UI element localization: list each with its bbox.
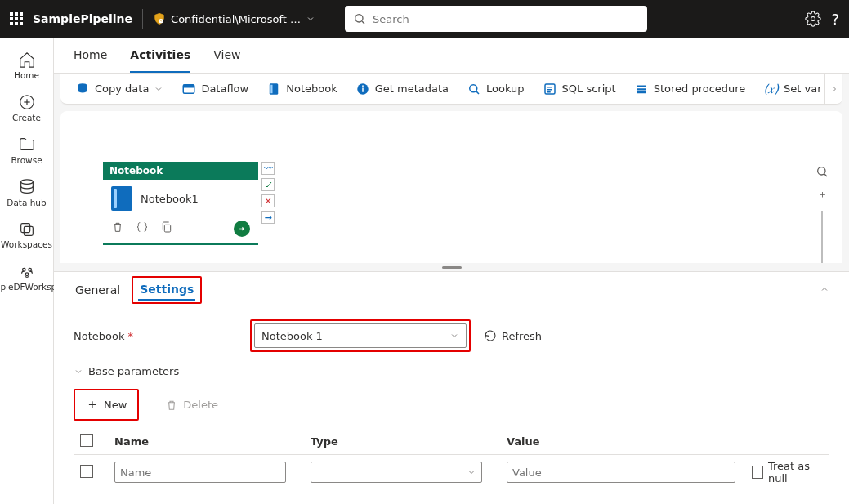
- ribbon-set-variable[interactable]: (𝑥) Set var: [763, 82, 821, 96]
- zoom-controls: ＋ －: [810, 160, 834, 263]
- plus-icon: ＋: [86, 396, 99, 413]
- dataflow-icon: [181, 82, 196, 96]
- node-type-label: Notebook: [103, 162, 258, 180]
- notebook-select[interactable]: Notebook 1: [254, 323, 467, 348]
- col-value: Value: [500, 429, 745, 455]
- info-icon: [355, 82, 370, 96]
- search-input[interactable]: [373, 13, 639, 25]
- gear-icon[interactable]: [805, 11, 821, 27]
- param-type-select[interactable]: [311, 462, 482, 483]
- status-success-icon[interactable]: [261, 178, 275, 191]
- svg-rect-8: [20, 224, 29, 233]
- workspace-picker[interactable]: Confidential\Microsoft …: [153, 12, 315, 25]
- ribbon-stored-proc[interactable]: Stored procedure: [634, 82, 746, 96]
- svg-rect-24: [637, 85, 646, 87]
- new-parameter-button[interactable]: ＋ New: [79, 393, 133, 417]
- param-value-input[interactable]: [507, 462, 735, 483]
- page-tab-view[interactable]: View: [213, 38, 240, 73]
- page-tab-activities[interactable]: Activities: [130, 38, 190, 73]
- status-activity-icon[interactable]: 〰: [261, 162, 275, 175]
- notebook-select-value: Notebook 1: [261, 330, 323, 342]
- col-type: Type: [304, 429, 500, 455]
- folder-icon: [18, 136, 36, 154]
- rail-browse[interactable]: Browse: [0, 131, 53, 170]
- ribbon-label: Get metadata: [375, 83, 449, 95]
- workspaces-icon: [18, 221, 36, 239]
- node-name: Notebook1: [141, 193, 199, 205]
- svg-point-1: [355, 15, 363, 22]
- svg-point-20: [362, 85, 364, 87]
- row-checkbox[interactable]: [80, 465, 93, 478]
- rail-datahub[interactable]: Data hub: [0, 173, 53, 212]
- ribbon-copy-data[interactable]: Copy data: [75, 82, 163, 96]
- ribbon-dataflow[interactable]: Dataflow: [181, 82, 248, 96]
- rail-sample-workspace[interactable]: SampleDFWorkspace: [0, 258, 53, 297]
- delete-icon: [165, 399, 178, 412]
- page-tab-home[interactable]: Home: [74, 38, 107, 73]
- copy-icon[interactable]: [160, 221, 173, 234]
- param-row: Treat as null: [74, 455, 829, 490]
- chevron-right-icon: [829, 84, 839, 94]
- activity-node-notebook[interactable]: Notebook Notebook1: [103, 162, 258, 245]
- delete-parameter-button[interactable]: Delete: [159, 395, 225, 415]
- status-skip-icon[interactable]: →: [261, 211, 275, 224]
- new-label: New: [104, 399, 127, 411]
- main-area: Home Activities View Copy data Dataflow …: [54, 38, 849, 504]
- ribbon-label: Set var: [784, 83, 821, 95]
- ribbon-label: Lookup: [486, 83, 525, 95]
- ribbon-lookup[interactable]: Lookup: [467, 82, 525, 96]
- refresh-label: Refresh: [502, 330, 542, 342]
- help-icon[interactable]: ?: [831, 11, 839, 28]
- braces-icon[interactable]: [136, 221, 149, 234]
- notebook-icon: [266, 82, 281, 96]
- panel-collapse-button[interactable]: [820, 284, 829, 297]
- highlight-new: ＋ New: [74, 389, 139, 421]
- svg-rect-15: [184, 84, 195, 87]
- chevron-up-icon: [820, 284, 829, 294]
- svg-line-29: [824, 174, 827, 176]
- chevron-down-icon: [449, 331, 459, 341]
- ribbon-notebook[interactable]: Notebook: [266, 82, 337, 96]
- param-name-input[interactable]: [114, 462, 286, 483]
- pipeline-canvas[interactable]: Notebook Notebook1 〰 ✕ → ＋ －: [60, 111, 842, 263]
- svg-rect-17: [270, 84, 272, 93]
- status-fail-icon[interactable]: ✕: [261, 194, 275, 207]
- delete-icon[interactable]: [111, 221, 124, 234]
- zoom-slider[interactable]: [821, 211, 823, 263]
- run-button[interactable]: [234, 221, 250, 237]
- chevron-down-icon: [154, 84, 163, 94]
- rail-workspaces[interactable]: Workspaces: [0, 216, 53, 255]
- ribbon-get-metadata[interactable]: Get metadata: [355, 82, 449, 96]
- rail-label: Data hub: [7, 198, 46, 207]
- svg-point-7: [20, 180, 33, 185]
- app-launcher-icon[interactable]: [10, 12, 23, 25]
- refresh-button[interactable]: Refresh: [484, 329, 542, 342]
- rail-create[interactable]: Create: [0, 88, 53, 127]
- svg-point-10: [22, 268, 25, 271]
- details-panel: General Settings Notebook * Notebook 1 R…: [54, 271, 849, 504]
- panel-tab-general[interactable]: General: [74, 280, 122, 300]
- delete-label: Delete: [183, 399, 218, 411]
- zoom-in[interactable]: ＋: [811, 183, 833, 206]
- ribbon-label: Notebook: [286, 83, 337, 95]
- ribbon-scroll-right[interactable]: [824, 74, 842, 104]
- search-box[interactable]: [345, 6, 647, 32]
- refresh-icon: [484, 329, 497, 342]
- ribbon-label: Copy data: [95, 83, 149, 95]
- select-all-checkbox[interactable]: [80, 434, 93, 447]
- rail-home[interactable]: Home: [0, 46, 53, 85]
- ribbon-label: SQL script: [562, 83, 616, 95]
- activity-ribbon: Copy data Dataflow Notebook Get metadata…: [60, 74, 842, 105]
- ribbon-sql-script[interactable]: SQL script: [543, 82, 616, 96]
- highlight-notebook-select: Notebook 1: [250, 319, 471, 352]
- lookup-icon: [467, 82, 481, 96]
- database-icon: [18, 178, 36, 196]
- panel-resize-grip[interactable]: [54, 263, 849, 271]
- treat-as-null[interactable]: Treat as null: [752, 460, 823, 484]
- panel-tab-settings[interactable]: Settings: [138, 279, 195, 301]
- null-checkbox[interactable]: [752, 466, 763, 479]
- search-icon: [353, 12, 366, 25]
- copy-data-icon: [75, 82, 90, 96]
- zoom-search[interactable]: [811, 160, 833, 183]
- base-parameters-toggle[interactable]: Base parameters: [74, 365, 829, 377]
